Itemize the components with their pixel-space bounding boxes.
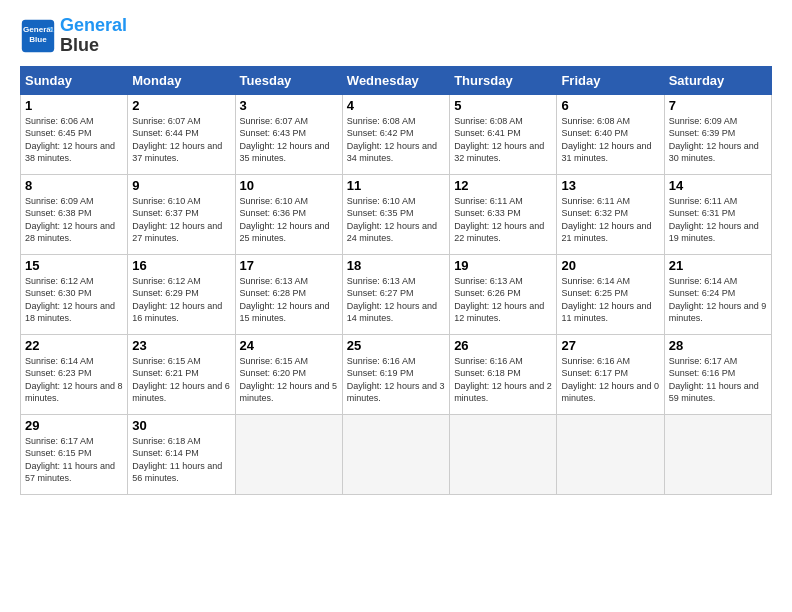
day-number: 29: [25, 418, 123, 433]
daylight-label: Daylight: 12 hours and 25 minutes.: [240, 221, 330, 244]
day-info: Sunrise: 6:17 AM Sunset: 6:15 PM Dayligh…: [25, 435, 123, 485]
sunrise-label: Sunrise: 6:15 AM: [240, 356, 309, 366]
header-friday: Friday: [557, 66, 664, 94]
sunset-label: Sunset: 6:31 PM: [669, 208, 736, 218]
table-row: 8 Sunrise: 6:09 AM Sunset: 6:38 PM Dayli…: [21, 174, 128, 254]
daylight-label: Daylight: 12 hours and 21 minutes.: [561, 221, 651, 244]
header-thursday: Thursday: [450, 66, 557, 94]
sunrise-label: Sunrise: 6:11 AM: [561, 196, 630, 206]
daylight-label: Daylight: 12 hours and 32 minutes.: [454, 141, 544, 164]
sunrise-label: Sunrise: 6:16 AM: [347, 356, 416, 366]
sunset-label: Sunset: 6:27 PM: [347, 288, 414, 298]
sunset-label: Sunset: 6:25 PM: [561, 288, 628, 298]
daylight-label: Daylight: 12 hours and 15 minutes.: [240, 301, 330, 324]
sunset-label: Sunset: 6:18 PM: [454, 368, 521, 378]
day-info: Sunrise: 6:14 AM Sunset: 6:24 PM Dayligh…: [669, 275, 767, 325]
table-row: 18 Sunrise: 6:13 AM Sunset: 6:27 PM Dayl…: [342, 254, 449, 334]
day-info: Sunrise: 6:14 AM Sunset: 6:23 PM Dayligh…: [25, 355, 123, 405]
sunset-label: Sunset: 6:44 PM: [132, 128, 199, 138]
day-number: 12: [454, 178, 552, 193]
day-info: Sunrise: 6:07 AM Sunset: 6:44 PM Dayligh…: [132, 115, 230, 165]
daylight-label: Daylight: 12 hours and 14 minutes.: [347, 301, 437, 324]
table-row: 24 Sunrise: 6:15 AM Sunset: 6:20 PM Dayl…: [235, 334, 342, 414]
daylight-label: Daylight: 12 hours and 9 minutes.: [669, 301, 767, 324]
sunrise-label: Sunrise: 6:17 AM: [669, 356, 738, 366]
day-number: 18: [347, 258, 445, 273]
day-number: 27: [561, 338, 659, 353]
table-row: 2 Sunrise: 6:07 AM Sunset: 6:44 PM Dayli…: [128, 94, 235, 174]
sunrise-label: Sunrise: 6:11 AM: [454, 196, 523, 206]
header: General Blue GeneralBlue: [20, 16, 772, 56]
sunset-label: Sunset: 6:26 PM: [454, 288, 521, 298]
day-number: 19: [454, 258, 552, 273]
day-info: Sunrise: 6:13 AM Sunset: 6:26 PM Dayligh…: [454, 275, 552, 325]
table-row: 11 Sunrise: 6:10 AM Sunset: 6:35 PM Dayl…: [342, 174, 449, 254]
table-row: 16 Sunrise: 6:12 AM Sunset: 6:29 PM Dayl…: [128, 254, 235, 334]
daylight-label: Daylight: 12 hours and 19 minutes.: [669, 221, 759, 244]
sunrise-label: Sunrise: 6:13 AM: [240, 276, 309, 286]
daylight-label: Daylight: 12 hours and 3 minutes.: [347, 381, 445, 404]
sunrise-label: Sunrise: 6:17 AM: [25, 436, 94, 446]
sunset-label: Sunset: 6:45 PM: [25, 128, 92, 138]
calendar-row: 1 Sunrise: 6:06 AM Sunset: 6:45 PM Dayli…: [21, 94, 772, 174]
daylight-label: Daylight: 12 hours and 27 minutes.: [132, 221, 222, 244]
day-number: 25: [347, 338, 445, 353]
day-number: 2: [132, 98, 230, 113]
day-info: Sunrise: 6:08 AM Sunset: 6:41 PM Dayligh…: [454, 115, 552, 165]
day-info: Sunrise: 6:09 AM Sunset: 6:39 PM Dayligh…: [669, 115, 767, 165]
svg-text:General: General: [23, 25, 53, 34]
day-info: Sunrise: 6:10 AM Sunset: 6:37 PM Dayligh…: [132, 195, 230, 245]
day-info: Sunrise: 6:08 AM Sunset: 6:42 PM Dayligh…: [347, 115, 445, 165]
sunset-label: Sunset: 6:39 PM: [669, 128, 736, 138]
sunrise-label: Sunrise: 6:08 AM: [454, 116, 523, 126]
day-info: Sunrise: 6:15 AM Sunset: 6:20 PM Dayligh…: [240, 355, 338, 405]
sunrise-label: Sunrise: 6:13 AM: [454, 276, 523, 286]
header-sunday: Sunday: [21, 66, 128, 94]
sunrise-label: Sunrise: 6:14 AM: [669, 276, 738, 286]
sunrise-label: Sunrise: 6:10 AM: [132, 196, 201, 206]
daylight-label: Daylight: 12 hours and 2 minutes.: [454, 381, 552, 404]
daylight-label: Daylight: 12 hours and 8 minutes.: [25, 381, 123, 404]
sunset-label: Sunset: 6:19 PM: [347, 368, 414, 378]
day-number: 14: [669, 178, 767, 193]
day-number: 10: [240, 178, 338, 193]
day-number: 23: [132, 338, 230, 353]
table-row: [450, 414, 557, 494]
table-row: 30 Sunrise: 6:18 AM Sunset: 6:14 PM Dayl…: [128, 414, 235, 494]
day-number: 21: [669, 258, 767, 273]
sunrise-label: Sunrise: 6:11 AM: [669, 196, 738, 206]
table-row: 21 Sunrise: 6:14 AM Sunset: 6:24 PM Dayl…: [664, 254, 771, 334]
sunset-label: Sunset: 6:17 PM: [561, 368, 628, 378]
table-row: 12 Sunrise: 6:11 AM Sunset: 6:33 PM Dayl…: [450, 174, 557, 254]
day-info: Sunrise: 6:10 AM Sunset: 6:35 PM Dayligh…: [347, 195, 445, 245]
day-number: 26: [454, 338, 552, 353]
day-info: Sunrise: 6:12 AM Sunset: 6:30 PM Dayligh…: [25, 275, 123, 325]
day-info: Sunrise: 6:11 AM Sunset: 6:32 PM Dayligh…: [561, 195, 659, 245]
sunrise-label: Sunrise: 6:06 AM: [25, 116, 94, 126]
daylight-label: Daylight: 12 hours and 12 minutes.: [454, 301, 544, 324]
sunset-label: Sunset: 6:20 PM: [240, 368, 307, 378]
daylight-label: Daylight: 12 hours and 30 minutes.: [669, 141, 759, 164]
sunset-label: Sunset: 6:32 PM: [561, 208, 628, 218]
sunset-label: Sunset: 6:36 PM: [240, 208, 307, 218]
day-number: 3: [240, 98, 338, 113]
daylight-label: Daylight: 12 hours and 37 minutes.: [132, 141, 222, 164]
sunset-label: Sunset: 6:37 PM: [132, 208, 199, 218]
calendar-table: Sunday Monday Tuesday Wednesday Thursday…: [20, 66, 772, 495]
table-row: [235, 414, 342, 494]
sunrise-label: Sunrise: 6:18 AM: [132, 436, 201, 446]
days-header-row: Sunday Monday Tuesday Wednesday Thursday…: [21, 66, 772, 94]
day-info: Sunrise: 6:08 AM Sunset: 6:40 PM Dayligh…: [561, 115, 659, 165]
table-row: 26 Sunrise: 6:16 AM Sunset: 6:18 PM Dayl…: [450, 334, 557, 414]
day-number: 11: [347, 178, 445, 193]
header-wednesday: Wednesday: [342, 66, 449, 94]
table-row: 19 Sunrise: 6:13 AM Sunset: 6:26 PM Dayl…: [450, 254, 557, 334]
logo: General Blue GeneralBlue: [20, 16, 127, 56]
day-number: 4: [347, 98, 445, 113]
table-row: 9 Sunrise: 6:10 AM Sunset: 6:37 PM Dayli…: [128, 174, 235, 254]
daylight-label: Daylight: 11 hours and 59 minutes.: [669, 381, 759, 404]
header-tuesday: Tuesday: [235, 66, 342, 94]
sunset-label: Sunset: 6:15 PM: [25, 448, 92, 458]
day-number: 1: [25, 98, 123, 113]
daylight-label: Daylight: 11 hours and 57 minutes.: [25, 461, 115, 484]
